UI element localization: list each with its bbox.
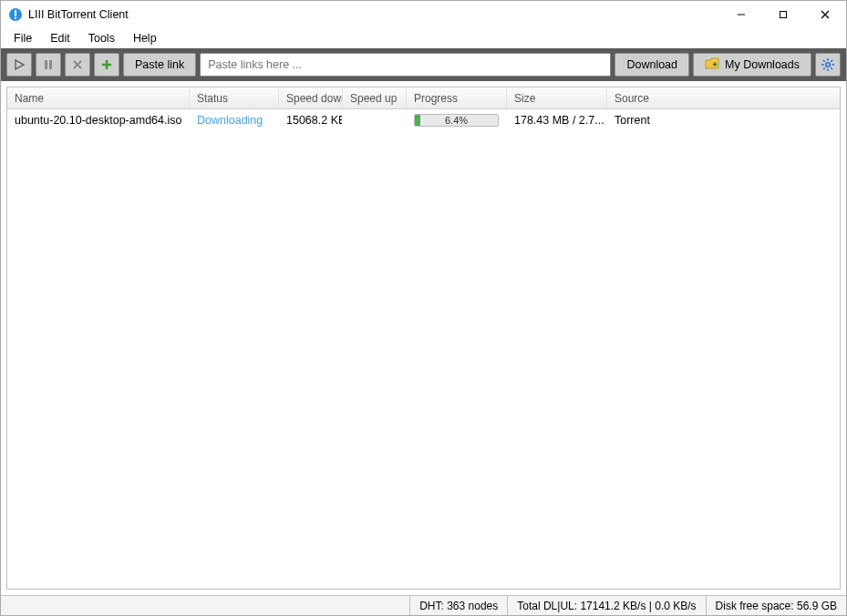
svg-point-14 [826, 63, 830, 67]
paste-link-button[interactable]: Paste link [123, 53, 196, 77]
svg-line-22 [831, 60, 832, 62]
download-button[interactable]: Download [615, 53, 689, 77]
column-header-name[interactable]: Name [7, 87, 190, 108]
column-header-source[interactable]: Source [607, 87, 840, 108]
svg-line-19 [823, 60, 825, 62]
table-header: Name Status Speed down Speed up Progress… [7, 87, 840, 109]
status-bar: DHT: 363 nodes Total DL|UL: 17141.2 KB/s… [1, 595, 846, 615]
cell-speed-up [343, 109, 407, 131]
minimize-button[interactable] [720, 1, 762, 28]
cell-speed-down: 15068.2 KB/s [279, 109, 343, 131]
status-disk: Disk free space: 56.9 GB [706, 596, 846, 615]
menu-tools[interactable]: Tools [79, 30, 124, 46]
remove-button[interactable] [65, 53, 90, 77]
add-button[interactable] [94, 53, 119, 77]
progress-bar: 6.4% [414, 114, 499, 127]
menu-bar: File Edit Tools Help [1, 28, 846, 48]
window-title: LIII BitTorrent Client [28, 8, 129, 21]
status-total: Total DL|UL: 17141.2 KB/s | 0.0 KB/s [507, 596, 705, 615]
column-header-speed-down[interactable]: Speed down [279, 87, 343, 108]
svg-marker-7 [15, 60, 24, 69]
my-downloads-label: My Downloads [725, 58, 800, 71]
column-header-size[interactable]: Size [507, 87, 607, 108]
table-row[interactable]: ubuntu-20.10-desktop-amd64.iso Downloadi… [7, 109, 840, 131]
folder-icon [705, 57, 719, 73]
cell-progress: 6.4% [407, 109, 507, 131]
svg-line-20 [831, 67, 832, 69]
svg-rect-2 [15, 17, 16, 19]
progress-text: 6.4% [415, 115, 498, 126]
column-header-status[interactable]: Status [190, 87, 279, 108]
column-header-progress[interactable]: Progress [407, 87, 507, 108]
settings-button[interactable] [815, 53, 841, 77]
start-button[interactable] [6, 53, 32, 77]
table-body: ubuntu-20.10-desktop-amd64.iso Downloadi… [7, 109, 840, 589]
menu-file[interactable]: File [5, 30, 41, 46]
cell-source: Torrent [607, 109, 840, 131]
cell-size: 178.43 MB / 2.7... [507, 109, 607, 131]
download-label: Download [626, 58, 677, 71]
svg-line-21 [823, 67, 825, 69]
menu-help[interactable]: Help [124, 30, 166, 46]
paste-link-label: Paste link [135, 58, 184, 71]
svg-rect-4 [780, 12, 787, 18]
torrent-table: Name Status Speed down Speed up Progress… [6, 87, 841, 590]
window-controls [720, 1, 846, 28]
pause-button[interactable] [36, 53, 61, 77]
column-header-speed-up[interactable]: Speed up [343, 87, 407, 108]
menu-edit[interactable]: Edit [41, 30, 79, 46]
maximize-button[interactable] [762, 1, 804, 28]
cell-status: Downloading [190, 109, 279, 131]
toolbar: Paste link Download My Downloads [1, 48, 846, 81]
svg-rect-8 [45, 60, 47, 69]
my-downloads-button[interactable]: My Downloads [693, 53, 811, 77]
status-dht: DHT: 363 nodes [409, 596, 507, 615]
url-input[interactable] [200, 53, 611, 77]
app-icon [8, 7, 23, 22]
close-button[interactable] [804, 1, 846, 28]
cell-name: ubuntu-20.10-desktop-amd64.iso [7, 109, 190, 131]
title-bar: LIII BitTorrent Client [1, 1, 846, 28]
svg-rect-9 [49, 60, 52, 69]
svg-rect-1 [15, 10, 16, 16]
